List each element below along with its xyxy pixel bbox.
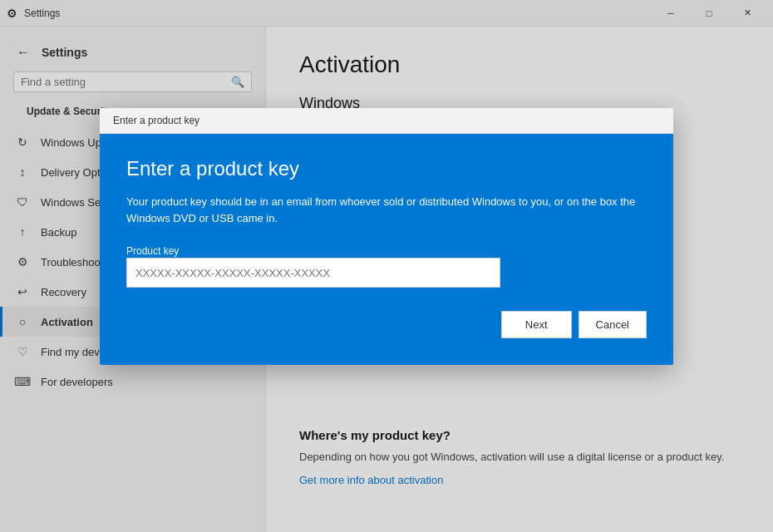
next-button[interactable]: Next [501, 311, 572, 338]
dialog-description: Your product key should be in an email f… [126, 194, 647, 226]
product-key-dialog: Enter a product key Enter a product key … [100, 108, 673, 365]
product-key-label: Product key [126, 245, 179, 257]
dialog-titlebar: Enter a product key [100, 108, 673, 134]
dialog-heading: Enter a product key [126, 157, 647, 180]
dialog-footer: Next Cancel [126, 311, 647, 338]
cancel-button[interactable]: Cancel [579, 311, 647, 338]
product-key-input[interactable] [126, 258, 500, 288]
dialog-body: Enter a product key Your product key sho… [100, 134, 673, 365]
